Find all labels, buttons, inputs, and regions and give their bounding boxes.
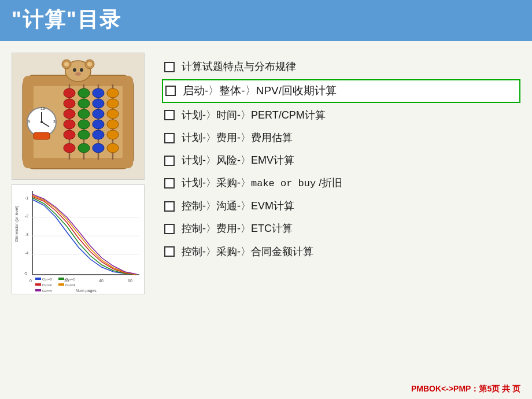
svg-point-46 xyxy=(107,109,119,119)
svg-point-31 xyxy=(64,143,75,153)
checkbox-5 xyxy=(164,156,175,166)
menu-item-6: 计划-〉采购-〉make or buy /折旧 xyxy=(162,172,520,195)
svg-text:Cur=0: Cur=0 xyxy=(42,278,52,281)
svg-text:40: 40 xyxy=(99,279,104,283)
svg-text:Cur=2: Cur=2 xyxy=(42,283,52,287)
checkbox-2 xyxy=(165,86,176,96)
svg-point-29 xyxy=(64,120,75,129)
checkbox-4 xyxy=(164,133,175,143)
svg-point-48 xyxy=(107,130,119,139)
checkbox-7 xyxy=(164,201,175,212)
chart-svg: Dimension (or level) 0 20 40 60 -5 -4 -3… xyxy=(12,185,145,294)
svg-point-40 xyxy=(93,109,104,119)
checkbox-1 xyxy=(164,62,175,72)
svg-point-44 xyxy=(107,88,119,98)
svg-point-12 xyxy=(75,72,81,76)
svg-text:-3: -3 xyxy=(25,232,28,237)
svg-point-45 xyxy=(107,99,119,108)
svg-point-37 xyxy=(78,143,90,153)
main-content: 12 3 6 9 xyxy=(0,41,532,383)
right-menu-panel: 计算试题特点与分布规律 启动-〉整体-〉NPV/回收期计算 计划-〉时间-〉PE… xyxy=(162,53,520,378)
chart-image: Dimension (or level) 0 20 40 60 -5 -4 -3… xyxy=(12,184,145,294)
menu-item-3: 计划-〉时间-〉PERT/CPM计算 xyxy=(162,104,520,127)
menu-item-5-text: 计划-〉风险-〉EMV计算 xyxy=(182,153,294,168)
svg-point-39 xyxy=(93,99,104,108)
svg-point-10 xyxy=(73,68,76,72)
abacus-svg: 12 3 6 9 xyxy=(17,58,139,174)
svg-rect-21 xyxy=(34,132,50,139)
svg-rect-72 xyxy=(58,283,64,286)
svg-rect-68 xyxy=(58,278,64,280)
svg-text:Cur=4: Cur=4 xyxy=(42,289,52,293)
menu-item-7: 控制-〉沟通-〉EVM计算 xyxy=(162,195,520,217)
svg-text:-1: -1 xyxy=(25,196,28,200)
svg-point-41 xyxy=(93,120,104,129)
svg-text:0: 0 xyxy=(29,279,32,283)
footer-label: PMBOK<->PMP：第5页 共 页 xyxy=(411,384,520,393)
menu-item-5: 计划-〉风险-〉EMV计算 xyxy=(162,149,520,172)
svg-point-42 xyxy=(93,130,104,139)
footer-text: PMBOK<->PMP：第5页 共 页 xyxy=(411,384,520,394)
menu-item-8-text: 控制-〉费用-〉ETC计算 xyxy=(182,221,293,236)
checkbox-6 xyxy=(164,178,175,189)
svg-rect-4 xyxy=(123,76,133,168)
svg-text:9: 9 xyxy=(28,120,30,124)
menu-item-2-text: 启动-〉整体-〉NPV/回收期计算 xyxy=(183,83,337,99)
page-title: "计算"目录 xyxy=(12,6,121,34)
svg-point-9 xyxy=(87,62,92,66)
mono-text: make or buy xyxy=(251,178,316,189)
svg-text:Cur=3: Cur=3 xyxy=(65,283,75,287)
svg-point-49 xyxy=(107,143,119,153)
checkbox-3 xyxy=(164,110,175,120)
svg-point-47 xyxy=(107,120,119,129)
menu-item-6-text: 计划-〉采购-〉make or buy /折旧 xyxy=(182,176,342,191)
svg-text:3: 3 xyxy=(53,120,56,124)
abacus-image: 12 3 6 9 xyxy=(12,53,145,180)
menu-item-3-text: 计划-〉时间-〉PERT/CPM计算 xyxy=(182,108,326,123)
svg-point-38 xyxy=(93,88,104,98)
svg-text:60: 60 xyxy=(128,279,132,283)
svg-text:Dimension (or level): Dimension (or level) xyxy=(14,206,19,242)
svg-text:Cur=1: Cur=1 xyxy=(65,278,75,281)
menu-item-2: 启动-〉整体-〉NPV/回收期计算 xyxy=(162,79,520,103)
menu-item-7-text: 控制-〉沟通-〉EVM计算 xyxy=(182,199,294,213)
menu-item-9: 控制-〉采购-〉合同金额计算 xyxy=(162,241,520,263)
checkbox-9 xyxy=(164,246,175,257)
left-image-panel: 12 3 6 9 xyxy=(12,53,150,378)
svg-point-34 xyxy=(78,109,90,119)
svg-point-26 xyxy=(64,88,75,98)
menu-item-8: 控制-〉费用-〉ETC计算 xyxy=(162,217,520,240)
svg-point-30 xyxy=(64,130,75,139)
svg-text:12: 12 xyxy=(40,106,45,110)
svg-rect-74 xyxy=(35,289,41,291)
svg-point-33 xyxy=(78,99,90,108)
menu-item-9-text: 控制-〉采购-〉合同金额计算 xyxy=(182,245,313,259)
page-header: "计算"目录 xyxy=(0,0,532,41)
svg-text:-2: -2 xyxy=(25,214,28,218)
svg-point-8 xyxy=(64,62,69,66)
svg-point-35 xyxy=(78,120,90,129)
svg-rect-70 xyxy=(35,283,41,286)
svg-point-43 xyxy=(93,143,104,153)
checkbox-8 xyxy=(164,224,175,234)
svg-point-32 xyxy=(78,88,90,98)
svg-text:-4: -4 xyxy=(25,251,28,255)
svg-point-36 xyxy=(78,130,90,139)
svg-point-28 xyxy=(64,109,75,119)
svg-point-27 xyxy=(64,99,75,108)
menu-item-1-text: 计算试题特点与分布规律 xyxy=(182,60,296,74)
menu-item-1: 计算试题特点与分布规律 xyxy=(162,56,520,78)
svg-point-11 xyxy=(80,68,83,72)
menu-item-4: 计划-〉费用-〉费用估算 xyxy=(162,127,520,149)
menu-item-4-text: 计划-〉费用-〉费用估算 xyxy=(182,131,293,145)
svg-text:-5: -5 xyxy=(24,271,27,275)
svg-rect-66 xyxy=(35,278,41,280)
svg-text:Num pages: Num pages xyxy=(76,289,97,293)
svg-rect-2 xyxy=(23,158,133,168)
